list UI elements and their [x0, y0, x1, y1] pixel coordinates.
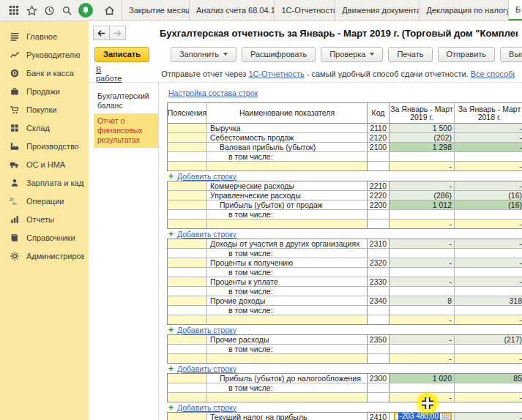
indicator-name-cell[interactable]: в том числе: — [207, 345, 368, 353]
indicator-name-cell[interactable]: Управленческие расходы — [207, 191, 368, 200]
indicator-name-cell[interactable]: Себестоимость продаж — [207, 133, 368, 142]
value-2019-cell[interactable] — [389, 287, 455, 296]
value-2019-cell[interactable]: - — [389, 277, 455, 286]
indicator-name-cell[interactable]: Выручка — [207, 124, 368, 132]
value-2018-cell[interactable]: - — [455, 220, 522, 228]
value-2018-cell[interactable] — [455, 210, 522, 219]
explanation-cell[interactable] — [168, 345, 207, 353]
sidebar-item-bars[interactable]: Отчеты — [0, 210, 89, 228]
explanation-cell[interactable] — [168, 220, 207, 228]
explanation-cell[interactable] — [168, 143, 207, 151]
back-button[interactable] — [93, 26, 110, 40]
value-2019-cell[interactable] — [389, 152, 455, 161]
indicator-name-cell[interactable]: в том числе: — [207, 152, 368, 161]
value-2018-cell[interactable]: - — [455, 393, 522, 402]
explanation-cell[interactable] — [168, 162, 207, 170]
value-2019-cell[interactable] — [389, 306, 455, 315]
value-2018-cell[interactable]: - — [455, 133, 522, 142]
indicator-name-cell[interactable] — [207, 220, 368, 228]
grid-menu-button[interactable] — [6, 2, 22, 18]
indicator-name-cell[interactable]: в том числе: — [207, 268, 368, 277]
explanation-cell[interactable] — [168, 413, 207, 420]
report-nav-item-2[interactable]: Отчет о финансовых результатах — [94, 113, 158, 148]
explanation-cell[interactable] — [168, 200, 207, 209]
explanation-cell[interactable] — [168, 383, 207, 392]
value-2018-cell[interactable] — [455, 249, 522, 258]
indicator-name-cell[interactable]: Доходы от участия в других организациях — [207, 239, 368, 248]
value-2019-cell[interactable] — [389, 383, 455, 392]
value-2019-cell[interactable]: - — [389, 335, 455, 344]
indicator-name-cell[interactable]: Валовая прибыль (убыток) — [207, 143, 368, 151]
explanation-cell[interactable] — [168, 287, 207, 296]
add-row-link[interactable]: Добавить строку — [177, 172, 236, 181]
sidebar-item-gear[interactable]: Администрирование — [0, 247, 89, 265]
value-2018-cell[interactable]: - — [455, 354, 522, 363]
window-tab-4[interactable]: Движения документа: ...✕ — [335, 0, 419, 20]
sidebar-item-truck[interactable]: ОС и НМА — [0, 155, 89, 173]
value-2018-cell[interactable]: - — [455, 258, 522, 267]
report-nav-item-1[interactable]: Бухгалтерский баланс — [94, 89, 158, 113]
value-2018-cell[interactable]: - — [455, 277, 522, 286]
value-2019-cell[interactable]: -203 480,00 — [389, 413, 455, 420]
indicator-name-cell[interactable] — [207, 315, 368, 324]
value-2018-cell[interactable]: 318 — [455, 296, 522, 305]
indicator-name-cell[interactable]: в том числе: — [207, 210, 368, 219]
value-2019-cell[interactable]: - — [389, 393, 455, 402]
toolbar-button-печать[interactable]: Печать — [388, 47, 432, 62]
indicator-name-cell[interactable] — [207, 354, 368, 363]
value-2019-cell[interactable] — [389, 210, 455, 219]
indicator-name-cell[interactable]: в том числе: — [207, 287, 368, 296]
indicator-name-cell[interactable] — [207, 162, 368, 170]
explanation-cell[interactable] — [168, 296, 207, 305]
indicator-name-cell[interactable]: Прочие доходы — [207, 296, 368, 305]
explanation-cell[interactable] — [168, 315, 207, 324]
value-2019-cell[interactable]: - — [389, 315, 455, 324]
value-2018-cell[interactable]: - — [455, 162, 522, 170]
value-2019-cell[interactable] — [389, 249, 455, 258]
explanation-cell[interactable] — [168, 393, 207, 402]
window-tab-3[interactable]: 1С-Отчетность✕ — [274, 0, 335, 20]
indicator-name-cell[interactable]: в том числе: — [207, 249, 368, 258]
value-2019-cell[interactable]: 1 298 — [389, 143, 455, 151]
value-2019-cell[interactable]: 1 020 — [389, 374, 455, 383]
window-tab-2[interactable]: Анализ счета 68.04.1 з...✕ — [189, 0, 274, 20]
explanation-cell[interactable] — [168, 210, 207, 219]
sidebar-item-menu[interactable]: Главное — [0, 27, 89, 45]
sidebar-item-book[interactable]: Справочники — [0, 228, 89, 247]
value-2019-cell[interactable]: 1 500 — [389, 124, 455, 132]
sidebar-item-trends[interactable]: Руководителю — [0, 45, 89, 64]
window-tab-1[interactable]: Закрытие месяца✕ — [122, 0, 189, 20]
value-2018-cell[interactable]: - — [455, 181, 522, 190]
value-2018-cell[interactable]: (217) — [455, 335, 522, 344]
add-row-link[interactable]: Добавить строку — [177, 364, 236, 373]
value-2019-cell[interactable] — [389, 345, 455, 353]
forward-button[interactable] — [110, 26, 126, 40]
value-2018-cell[interactable] — [455, 152, 522, 161]
value-2019-cell[interactable]: - — [389, 162, 455, 170]
1c-reporting-link[interactable]: 1С-Отчетность — [248, 70, 304, 78]
explanation-cell[interactable] — [168, 239, 207, 248]
sidebar-item-dtkt[interactable]: ДтКтОперации — [0, 192, 89, 210]
indicator-name-cell[interactable]: Прибыль (убыток) до налогообложения — [207, 374, 368, 383]
value-2018-cell[interactable]: 85 — [455, 374, 522, 383]
value-2019-cell[interactable]: - — [389, 181, 455, 190]
explanation-cell[interactable] — [168, 249, 207, 258]
value-2019-cell[interactable] — [389, 268, 455, 277]
window-tab-active-partial[interactable]: Б — [508, 0, 522, 20]
explanation-cell[interactable] — [168, 277, 207, 286]
all-methods-link[interactable]: Все способы — [471, 70, 515, 78]
home-button[interactable] — [101, 2, 117, 18]
value-2019-cell[interactable]: - — [389, 354, 455, 363]
sidebar-item-cart[interactable]: Покупки — [0, 100, 89, 119]
window-tab-5[interactable]: Декларация по налогу н...✕ — [419, 0, 508, 20]
value-2019-cell[interactable]: 8 — [389, 296, 455, 305]
indicator-name-cell[interactable]: в том числе: — [207, 306, 368, 315]
explanation-cell[interactable] — [168, 181, 207, 190]
explanation-cell[interactable] — [168, 191, 207, 200]
star-favorites-button[interactable] — [23, 2, 40, 18]
search-magnifier-button[interactable] — [59, 2, 75, 18]
value-2018-cell[interactable]: (16) — [455, 191, 522, 200]
toolbar-button-отправить[interactable]: Отправить — [438, 47, 496, 62]
value-edit-box[interactable]: -203 480,00 — [394, 413, 452, 420]
sidebar-item-person[interactable]: Зарплата и кадры — [0, 173, 89, 192]
